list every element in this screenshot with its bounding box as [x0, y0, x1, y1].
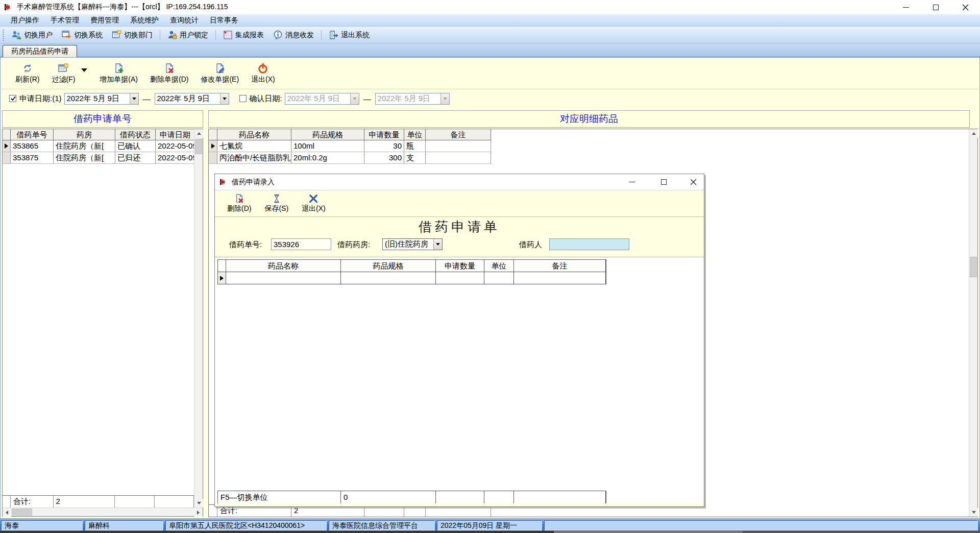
col-drug-name[interactable]: 药品名称	[226, 260, 341, 272]
cell-drug-name: 丙泊酚中/长链脂肪乳	[217, 152, 291, 164]
borrower-input[interactable]	[549, 238, 629, 250]
table-row[interactable]: 353875 住院药房（新[ 已归还 2022-05-09	[3, 152, 203, 164]
cell-drug-name[interactable]	[226, 272, 341, 284]
request-date-from-picker[interactable]: 2022年 5月 9日	[64, 93, 139, 105]
menu-fees[interactable]: 费用管理	[85, 15, 125, 26]
switch-user-icon	[12, 30, 21, 40]
scrollbar-thumb[interactable]	[970, 257, 977, 277]
switch-dept-button[interactable]: 切换部门	[107, 28, 157, 42]
close-button[interactable]	[950, 0, 980, 14]
scroll-up-button[interactable]	[194, 129, 203, 138]
range-dash: —	[363, 94, 371, 103]
vertical-scrollbar[interactable]	[194, 129, 203, 507]
confirm-date-checkbox[interactable]	[239, 95, 247, 102]
col-unit[interactable]: 单位	[484, 260, 514, 272]
dialog-delete-button[interactable]: 删除(D)	[224, 192, 254, 214]
menu-daily[interactable]: 日常事务	[204, 15, 244, 26]
dialog-save-button[interactable]: 保存(S)	[261, 192, 291, 214]
cell-status: 已确认	[115, 140, 156, 152]
delete-record-button[interactable]: 删除单据(D)	[144, 61, 194, 86]
dropdown-arrow-icon[interactable]	[433, 239, 442, 250]
dialog-maximize-button[interactable]	[655, 174, 672, 190]
col-qty[interactable]: 申请数量	[436, 260, 484, 272]
dialog-minimize-button[interactable]	[623, 174, 641, 190]
horizontal-scrollbar[interactable]	[3, 507, 203, 516]
edit-record-button[interactable]: 修改单据(E)	[194, 61, 245, 86]
menu-user-ops[interactable]: 用户操作	[5, 15, 45, 26]
switch-user-button[interactable]: 切换用户	[7, 28, 57, 42]
col-drug-spec[interactable]: 药品规格	[291, 129, 364, 140]
cell-drug-spec: 20ml:0.2g	[291, 152, 364, 164]
filter-dropdown-caret[interactable]	[81, 68, 87, 72]
minimize-button[interactable]	[891, 0, 921, 14]
scrollbar-thumb[interactable]	[195, 139, 202, 154]
scroll-left-button[interactable]	[3, 508, 11, 517]
table-row[interactable]: 七氟烷 100ml 30 瓶	[209, 140, 977, 152]
f5-hint: F5—切换单位	[218, 491, 341, 503]
scrollbar-thumb[interactable]	[12, 508, 32, 516]
request-date-label: 申请日期:(1)	[19, 94, 62, 104]
power-icon	[257, 63, 268, 74]
switch-system-button[interactable]: 切换系统	[57, 28, 107, 42]
dialog-close-button[interactable]	[684, 174, 702, 190]
request-date-from-value: 2022年 5月 9日	[65, 94, 130, 104]
toolbar-separator	[160, 30, 160, 40]
cell-unit[interactable]	[484, 272, 514, 284]
report-label: 集成报表	[235, 31, 264, 40]
col-drug-spec[interactable]: 药品规格	[341, 260, 436, 272]
add-document-icon	[113, 63, 125, 74]
cell-order-no: 353865	[11, 140, 54, 152]
col-note[interactable]: 备注	[514, 260, 606, 272]
cell-unit: 支	[404, 152, 426, 164]
cell-note	[426, 140, 491, 152]
col-drug-name[interactable]: 药品名称	[217, 129, 291, 140]
filter-button[interactable]: 过滤(F)	[45, 61, 81, 86]
report-button[interactable]: 集成报表	[218, 28, 268, 42]
filter-label: 过滤(F)	[52, 75, 75, 84]
col-date[interactable]: 申请日期	[156, 129, 195, 140]
user-lock-label: 用户锁定	[180, 31, 208, 40]
user-lock-button[interactable]: 用户锁定	[163, 28, 213, 42]
table-row[interactable]	[218, 272, 606, 284]
cell-drug-spec[interactable]	[341, 272, 436, 284]
cell-note[interactable]	[514, 272, 606, 284]
table-row[interactable]: 353865 住院药房（新[ 已确认 2022-05-09	[3, 140, 203, 152]
scroll-down-button[interactable]	[969, 508, 978, 517]
scroll-down-button[interactable]	[194, 499, 203, 507]
request-date-to-picker[interactable]: 2022年 5月 9日	[155, 93, 229, 105]
cell-qty: 30	[364, 140, 404, 152]
exit-system-button[interactable]: 退出系统	[324, 28, 374, 42]
dialog-grid-footer: F5—切换单位 0	[217, 491, 606, 503]
messages-button[interactable]: 消息收发	[268, 28, 318, 42]
request-date-checkbox[interactable]	[9, 95, 16, 102]
menu-surgery[interactable]: 手术管理	[45, 15, 85, 26]
scroll-right-button[interactable]	[194, 508, 203, 517]
tab-pharmacy-borrow[interactable]: 药房药品借药申请	[3, 45, 77, 57]
pharmacy-select[interactable]: (旧)住院药房	[382, 238, 443, 250]
status-empty	[544, 520, 978, 530]
col-status[interactable]: 借药状态	[115, 129, 156, 140]
col-qty[interactable]: 申请数量	[364, 129, 404, 140]
table-row[interactable]: 丙泊酚中/长链脂肪乳 20ml:0.2g 300 支	[209, 152, 977, 164]
col-unit[interactable]: 单位	[404, 129, 426, 140]
menu-maintenance[interactable]: 系统维护	[125, 15, 164, 26]
maximize-button[interactable]	[921, 0, 950, 14]
cell-qty[interactable]	[436, 272, 484, 284]
menu-query-stats[interactable]: 查询统计	[164, 15, 204, 26]
col-note[interactable]: 备注	[426, 129, 491, 140]
dropdown-arrow-icon[interactable]	[130, 93, 138, 104]
scroll-up-button[interactable]	[969, 129, 978, 138]
col-order-no[interactable]: 借药单号	[11, 129, 54, 140]
order-no-input[interactable]	[271, 238, 331, 250]
refresh-button[interactable]: 刷新(R)	[9, 61, 45, 86]
blue-x-icon	[308, 193, 318, 204]
col-pharmacy[interactable]: 药房	[54, 129, 115, 140]
dropdown-arrow-icon[interactable]	[220, 93, 229, 104]
add-record-button[interactable]: 增加单据(A)	[93, 61, 144, 86]
exit-page-button[interactable]: 退出(X)	[245, 61, 281, 86]
vertical-scrollbar[interactable]	[969, 129, 977, 517]
dialog-exit-button[interactable]: 退出(X)	[299, 192, 329, 214]
main-toolbar: 切换用户 切换系统 切换部门	[0, 27, 980, 44]
menu-bar: 用户操作 手术管理 费用管理 系统维护 查询统计 日常事务	[0, 14, 980, 27]
add-record-label: 增加单据(A)	[100, 75, 138, 84]
